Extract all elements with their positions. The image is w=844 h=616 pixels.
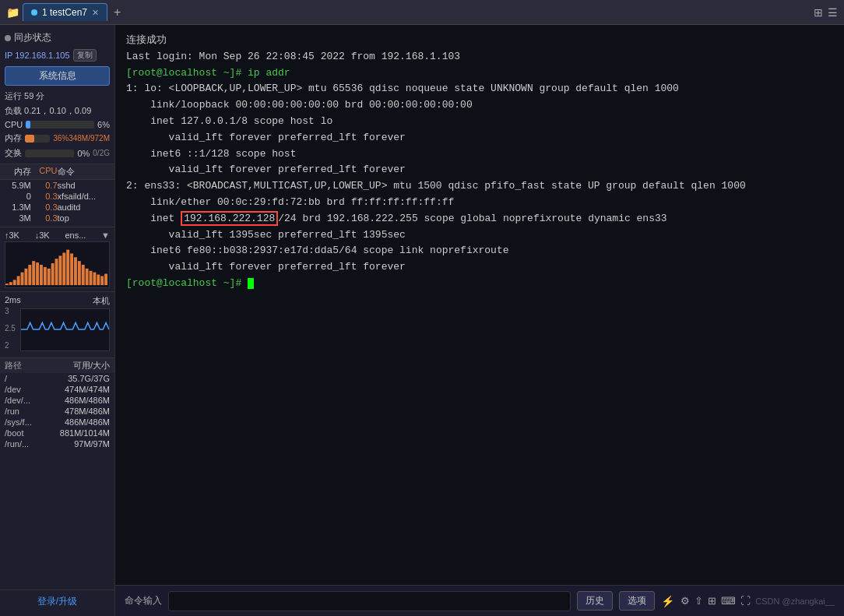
lat-chart-area: 2ms 本机 3 2.5 2 [0,291,114,354]
cmd-input-field[interactable] [168,591,571,611]
svg-rect-12 [51,263,55,285]
keyboard-icon[interactable]: ⌨ [721,595,736,607]
tab-label: 1 testCen7 [42,7,87,18]
net-label: ↑3K ↓3K ens... ▼ [5,231,110,240]
proc-mem-3: 3M [5,213,31,223]
upload-icon[interactable]: ⇧ [695,595,703,607]
proc-row-2: 1.3M 0.3 auditd [0,202,114,213]
disk-header: 路径 可用/大小 [0,358,114,373]
term-line-15: [root@localhost ~]# [126,276,833,292]
folder-icon: 📁 [6,6,19,19]
proc-row-3: 3M 0.3 top [0,213,114,224]
svg-rect-14 [58,255,62,285]
mem-bar-bg [25,135,50,143]
svg-rect-1 [9,282,12,285]
proc-row-0: 5.9M 0.7 sshd [0,180,114,191]
disk-row-3: /run 478M/486M [0,406,114,417]
proc-cmd-0: sshd [58,181,111,190]
list-icon[interactable]: ☰ [828,6,838,19]
mem-bar-fill [25,135,34,143]
disk-path-4: /sys/f... [5,417,65,427]
lat-label-left: 2ms [5,295,21,307]
proc-col-mem-header: 内存 [5,166,31,178]
svg-rect-4 [21,273,24,285]
disk-row-5: /boot 881M/1014M [0,428,114,438]
swap-value: 0% [77,149,90,158]
tab-bar: 📁 1 testCen7 ✕ + [6,3,807,21]
history-button[interactable]: 历史 [577,591,613,611]
bottom-right-icons: ⚙ ⇧ ⊞ ⌨ ⛶ CSDN @zhangkai__ [680,595,835,607]
main-layout: 同步状态 IP 192.168.1.105 复制 系统信息 运行 59 分 负载… [0,25,844,616]
svg-rect-19 [78,261,81,285]
term-line-3: 1: lo: <LOOPBACK,UP,LOWER_UP> mtu 65536 … [126,81,833,97]
svg-rect-2 [13,280,16,285]
term-line-12: valid_lft 1395sec preferred_lft 1395sec [126,227,833,244]
settings-icon[interactable]: ⚙ [680,595,690,607]
layout-icon[interactable]: ⊞ [708,595,716,607]
svg-rect-11 [47,269,51,285]
grid-icon[interactable]: ⊞ [814,6,823,19]
disk-size-0: 35.7G/37G [65,374,110,383]
term-line-8: valid_lft forever preferred_lft forever [126,162,833,178]
svg-rect-10 [44,267,47,285]
svg-rect-25 [100,276,104,286]
term-line-13: inet6 fe80::b038:2937:e17d:dda5/64 scope… [126,243,833,259]
svg-rect-16 [66,250,69,285]
tab-status-dot [31,9,37,16]
net-dropdown[interactable]: ▼ [101,231,110,240]
disk-size-1: 474M/474M [65,385,110,394]
term-line-0: 连接成功 [126,33,833,49]
proc-mem-1: 0 [5,192,31,201]
sync-status: 同步状态 [0,28,114,48]
disk-size-2: 486M/486M [65,396,110,405]
select-button[interactable]: 选项 [619,591,655,611]
proc-cmd-2: auditd [58,202,111,212]
login-button[interactable]: 登录/升级 [0,590,114,613]
term-line-4: link/loopback 00:00:00:00:00:00 brd 00:0… [126,97,833,114]
terminal-body[interactable]: 连接成功 Last login: Mon Sep 26 22:08:45 202… [115,25,844,585]
disk-row-2: /dev/... 486M/486M [0,395,114,406]
disk-size-4: 486M/486M [65,417,110,427]
svg-rect-13 [55,259,58,285]
mem-label: 内存 [5,132,22,144]
sysinfo-button[interactable]: 系统信息 [5,66,110,86]
ip-label: IP 192.168.1.105 [5,51,70,60]
terminal-bottom-bar: 命令输入 历史 选项 ⚡ ⚙ ⇧ ⊞ ⌨ ⛶ CSDN @zhangkai__ [115,585,844,616]
copy-button[interactable]: 复制 [73,49,97,62]
disk-path-1: /dev [5,385,65,394]
tab-testcen7[interactable]: 1 testCen7 ✕ [23,3,107,21]
term-line-10: link/ether 00:0c:29:fd:72:bb brd ff:ff:f… [126,195,833,211]
proc-mem-2: 1.3M [5,202,31,212]
highlighted-ip: 192.168.222.128 [181,211,278,226]
term-line-1: Last login: Mon Sep 26 22:08:45 2022 fro… [126,49,833,65]
proc-mem-0: 5.9M [5,181,31,190]
tab-close-icon[interactable]: ✕ [92,8,99,18]
net-chart-area: ↑3K ↓3K ens... ▼ [0,227,114,291]
mem-value: 36%348M/972M [53,134,110,143]
proc-cmd-1: xfsaild/d... [58,192,111,201]
term-line-6: valid_lft forever preferred_lft forever [126,130,833,146]
svg-rect-17 [70,254,73,286]
add-tab-button[interactable]: + [111,5,124,19]
net-down: ↓3K [35,231,50,240]
disk-row-0: / 35.7G/37G [0,373,114,384]
svg-rect-5 [24,269,27,285]
lightning-icon: ⚡ [661,595,674,607]
ip-row: IP 192.168.1.105 复制 [0,48,114,63]
load-value: 负载 0.21，0.10，0.09 [0,104,114,118]
svg-rect-8 [36,262,39,285]
disk-row-6: /run/... 97M/97M [0,438,114,449]
lat-chart-wrapper: 3 2.5 2 [5,307,110,351]
cpu-value: 6% [97,120,110,129]
proc-header: 内存 CPU 命令 [0,164,114,180]
runtime: 运行 59 分 [0,89,114,104]
cpu-bar-bg [26,121,94,128]
svg-rect-9 [40,265,43,285]
disk-row-4: /sys/f... 486M/486M [0,417,114,428]
svg-rect-6 [28,265,31,285]
sync-dot [5,35,11,41]
disk-path-2: /dev/... [5,396,65,405]
disk-size-5: 881M/1014M [60,428,110,438]
term-line-11: inet 192.168.222.128/24 brd 192.168.222.… [126,211,833,227]
expand-icon[interactable]: ⛶ [740,595,751,607]
